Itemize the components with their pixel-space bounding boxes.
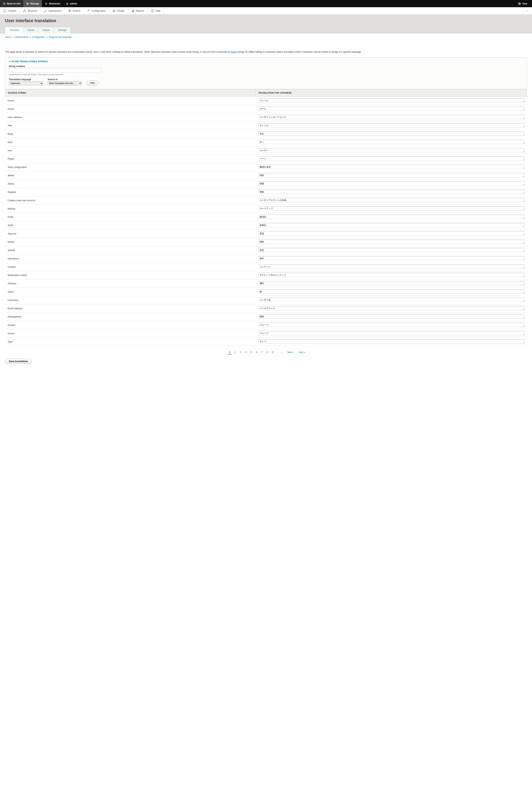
- pagination-current: 1: [227, 350, 232, 354]
- pagination-page[interactable]: 5: [249, 350, 253, 354]
- pagination-ellipsis: …: [279, 350, 284, 354]
- manage-button[interactable]: Manage: [23, 0, 42, 7]
- tab-settings[interactable]: Settings: [54, 27, 71, 33]
- translation-input[interactable]: [258, 198, 525, 202]
- filter-button[interactable]: Filter: [87, 80, 98, 85]
- translation-input[interactable]: [258, 148, 525, 152]
- translation-input[interactable]: [258, 290, 525, 294]
- admin-menu: Content Structure Appearance Extend Conf…: [0, 7, 532, 15]
- configuration-menu-item[interactable]: Configuration: [84, 7, 109, 14]
- translation-input[interactable]: [258, 173, 525, 177]
- translation-input[interactable]: [258, 181, 525, 186]
- translation-input[interactable]: [258, 131, 525, 136]
- translation-input[interactable]: [258, 264, 525, 269]
- table-header-row: SOURCE STRING TRANSLATION FOR JAPANESE: [5, 89, 527, 96]
- source-string-cell: Approve: [5, 229, 256, 238]
- help-menu-item[interactable]: ? Help: [148, 7, 164, 14]
- source-string-cell: User interface: [5, 113, 256, 121]
- translation-cell: [256, 271, 527, 279]
- breadcrumb-sep: »: [47, 36, 48, 38]
- translation-cell: [256, 279, 527, 288]
- translation-input[interactable]: [258, 157, 525, 161]
- tab-export[interactable]: Export: [38, 27, 54, 33]
- back-to-site-button[interactable]: Back to site: [0, 0, 23, 7]
- translation-input[interactable]: [258, 323, 525, 327]
- breadcrumb-admin[interactable]: Administration: [14, 36, 29, 38]
- string-contains-input[interactable]: [9, 68, 101, 73]
- translation-input[interactable]: [258, 306, 525, 310]
- col-translation: TRANSLATION FOR JAPANESE: [256, 89, 527, 96]
- back-icon: [3, 2, 6, 5]
- menu-icon: [26, 2, 29, 5]
- breadcrumb-home[interactable]: Home: [5, 36, 11, 38]
- content-menu-item[interactable]: Content: [0, 7, 20, 14]
- source-string-cell: Delete: [5, 238, 256, 246]
- translation-input[interactable]: [258, 298, 525, 302]
- table-row: Moderated content: [5, 271, 527, 279]
- translation-input[interactable]: [258, 215, 525, 219]
- save-translations-button[interactable]: Save translations: [5, 359, 32, 364]
- search-in-select[interactable]: Both translated and untr…: [48, 81, 82, 85]
- export-link[interactable]: export: [231, 51, 237, 53]
- translation-input[interactable]: [258, 190, 525, 194]
- translation-input[interactable]: [258, 165, 525, 169]
- pagination-page[interactable]: 3: [238, 350, 242, 354]
- translation-input[interactable]: [258, 231, 525, 236]
- table-row: Markup: [5, 204, 527, 213]
- translation-input[interactable]: [258, 331, 525, 335]
- translation-input[interactable]: [258, 140, 525, 144]
- favorite-star-icon[interactable]: ☆: [58, 19, 60, 23]
- translation-input[interactable]: [258, 115, 525, 119]
- pagination-page[interactable]: 9: [271, 350, 275, 354]
- people-menu-item[interactable]: People: [109, 7, 128, 14]
- tab-translate[interactable]: Translate: [5, 27, 23, 33]
- translation-input[interactable]: [258, 339, 525, 344]
- translation-table: SOURCE STRING TRANSLATION FOR JAPANESE F…: [5, 89, 527, 346]
- translation-input[interactable]: [258, 314, 525, 319]
- translation-input[interactable]: [258, 248, 525, 252]
- pagination-next[interactable]: Next ›: [286, 350, 295, 354]
- translation-language-select[interactable]: Japanese: [9, 81, 43, 85]
- structure-menu-item[interactable]: Structure: [20, 7, 41, 14]
- translation-input[interactable]: [258, 123, 525, 127]
- translation-input[interactable]: [258, 98, 525, 103]
- configuration-icon: [87, 10, 90, 12]
- tour-button[interactable]: ? Tour: [515, 0, 530, 7]
- top-toolbar: Back to site Manage Shortcuts admin ? T: [0, 0, 532, 7]
- table-row: Group: [5, 329, 527, 337]
- pagination-page[interactable]: 2: [233, 350, 237, 354]
- extend-menu-item[interactable]: Extend: [65, 7, 84, 14]
- pagination-last[interactable]: Last »: [297, 350, 307, 354]
- translation-input[interactable]: [258, 256, 525, 260]
- help-label: Help: [155, 10, 160, 12]
- translation-input[interactable]: [258, 223, 525, 227]
- filter-legend[interactable]: FILTER TRANSLATABLE STRINGS: [9, 60, 523, 63]
- translation-cell: [256, 254, 527, 263]
- table-row: delete: [5, 171, 527, 180]
- translation-input[interactable]: [258, 107, 525, 111]
- svg-rect-9: [132, 11, 132, 12]
- translation-input[interactable]: [258, 240, 525, 244]
- reports-menu-item[interactable]: Reports: [128, 7, 148, 14]
- pagination-page[interactable]: 7: [260, 350, 264, 354]
- translation-input[interactable]: [258, 273, 525, 277]
- table-row: Approve: [5, 229, 527, 238]
- breadcrumb-regional[interactable]: Regional and language: [49, 36, 72, 38]
- translation-input[interactable]: [258, 281, 525, 286]
- tab-import[interactable]: Import: [23, 27, 39, 33]
- pagination-page[interactable]: 4: [244, 350, 248, 354]
- translation-input[interactable]: [258, 206, 525, 210]
- table-row: Body: [5, 130, 527, 138]
- pagination-page[interactable]: 8: [265, 350, 270, 354]
- breadcrumb-config[interactable]: Configuration: [32, 36, 45, 38]
- translation-cell: [256, 180, 527, 188]
- translation-cell: [256, 321, 527, 329]
- shortcuts-button[interactable]: Shortcuts: [42, 0, 63, 7]
- orientation-toggle[interactable]: [523, 7, 532, 14]
- pagination-page[interactable]: 6: [255, 350, 259, 354]
- configuration-label: Configuration: [91, 10, 106, 12]
- appearance-menu-item[interactable]: Appearance: [41, 7, 65, 14]
- source-string-cell: Suffix: [5, 221, 256, 229]
- user-button[interactable]: admin: [63, 0, 80, 7]
- source-string-cell: Body: [5, 130, 256, 138]
